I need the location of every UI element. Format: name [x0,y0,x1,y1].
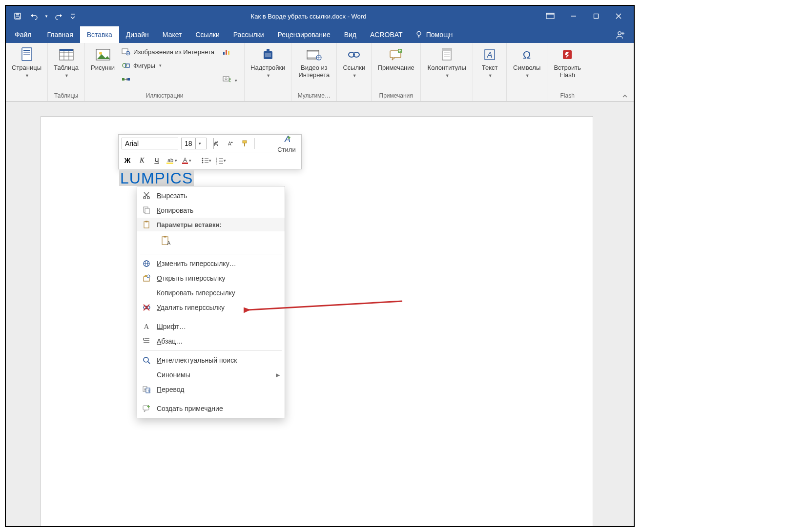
format-painter-button[interactable] [239,138,250,149]
svg-text:a: a [144,388,146,391]
flash-icon [559,46,576,63]
chart-button[interactable] [220,46,239,58]
redo-button[interactable] [51,9,66,23]
document-area[interactable]: ▾ ▾ A A [6,102,634,526]
tab-layout[interactable]: Макет [156,26,189,43]
svg-text:A: A [284,134,290,144]
addins-button[interactable]: Надстройки▼ [248,44,288,79]
share-button[interactable] [609,26,632,43]
italic-button[interactable]: К [136,155,148,166]
headerfooter-button[interactable]: Колонтитулы▼ [424,44,470,79]
svg-rect-36 [223,77,229,81]
tab-file[interactable]: Файл [6,26,40,43]
highlight-button[interactable]: ab▾ [166,155,177,166]
maximize-button[interactable] [585,9,607,23]
links-button[interactable]: Ссылки▼ [340,44,368,79]
flash-button[interactable]: Встроить Flash [550,44,584,79]
ribbon-display-options[interactable] [539,9,561,23]
svg-rect-18 [23,54,30,55]
tab-design[interactable]: Дизайн [119,26,156,43]
ctx-synonyms[interactable]: Синонимы ▶ [137,368,285,382]
group-label-text [476,98,503,101]
ctx-translate[interactable]: a文 Перевод [137,382,285,397]
tab-acrobat[interactable]: ACROBAT [363,26,410,43]
font-size-input[interactable] [182,138,195,149]
tab-mailings[interactable]: Рассылки [227,26,271,43]
ctx-new-comment[interactable]: Создать примечание [137,401,285,416]
ctx-cut[interactable]: Вырезать [137,188,285,203]
font-size-dropdown[interactable]: ▾ [195,138,204,149]
group-flash: Встроить Flash Flash [547,43,587,101]
screenshot-button[interactable]: ▾ [220,60,239,83]
pictures-icon [94,46,112,63]
bullets-button[interactable]: ▾ [200,155,212,166]
minimize-button[interactable] [562,9,585,23]
ctx-copy-hyperlink[interactable]: Копировать гиперссылку [137,286,285,300]
svg-rect-42 [307,50,319,52]
undo-dropdown[interactable]: ▼ [43,9,50,23]
page[interactable]: ▾ ▾ A A [41,117,593,526]
font-size-combo[interactable]: ▾ [181,138,207,149]
tab-review[interactable]: Рецензирование [271,26,337,43]
tab-view[interactable]: Вид [337,26,363,43]
ctx-synonyms-label: Синонимы [157,371,271,379]
pages-label: Страницы [12,64,41,71]
online-video-button[interactable]: Видео из Интернета [294,44,333,79]
underline-button[interactable]: Ч [151,155,163,166]
shapes-icon [122,61,130,70]
online-images-button[interactable]: Изображения из Интернета [120,46,216,58]
bold-button[interactable]: Ж [122,155,133,166]
shrink-font-button[interactable]: A [224,138,236,149]
tell-me[interactable]: Помощн [410,26,459,43]
tab-home[interactable]: Главная [40,26,80,43]
svg-text:Ω: Ω [523,49,531,61]
svg-rect-34 [226,50,227,55]
ctx-copy[interactable]: Копировать [137,203,285,218]
open-hyperlink-icon [141,273,152,284]
undo-button[interactable] [26,9,42,23]
ctx-font[interactable]: A Шрифт… [137,319,285,334]
ctx-sep-1 [140,254,282,254]
group-label-pages [9,98,44,101]
comment-button[interactable]: Примечание [374,44,417,72]
table-button[interactable]: Таблица▼ [51,44,82,79]
flash-label-1: Встроить [554,64,581,71]
smartart-button[interactable] [120,73,216,85]
tab-references[interactable]: Ссылки [188,26,226,43]
collapse-ribbon-button[interactable] [619,93,631,99]
pages-button[interactable]: Страницы▼ [9,44,44,79]
symbols-button[interactable]: Ω Символы▼ [510,44,544,79]
window-controls [562,9,630,23]
grow-font-button[interactable]: A [209,138,221,149]
svg-rect-62 [243,141,247,143]
links-icon [345,46,363,63]
close-button[interactable] [607,9,630,23]
paste-keep-text-button[interactable]: A [158,233,174,249]
ctx-smart-lookup[interactable]: Интеллектуальный поиск [137,353,285,368]
group-pages: Страницы▼ [6,43,48,101]
group-label-flash: Flash [550,91,584,101]
svg-rect-52 [442,48,451,51]
blank-icon [141,287,152,298]
ctx-open-hyperlink[interactable]: Открыть гиперссылку [137,271,285,286]
group-media: Видео из Интернета Мультиме… [291,43,337,101]
ctx-remove-hyperlink[interactable]: Удалить гиперссылку [137,300,285,315]
ctx-paragraph[interactable]: Абзац… [137,334,285,348]
svg-rect-5 [546,13,554,15]
ctx-remove-hyperlink-label: Удалить гиперссылку [157,304,280,311]
ctx-sep-4 [140,399,282,399]
ctx-edit-hyperlink[interactable]: Изменить гиперссылку… [137,256,285,271]
selected-hyperlink-text[interactable]: LUMPICS [119,170,194,186]
text-button[interactable]: A Текст▼ [476,44,503,79]
font-color-button[interactable]: A▾ [180,155,192,166]
pictures-button[interactable]: Рисунки [88,44,118,72]
save-button[interactable] [10,9,25,23]
qat-customize[interactable] [67,9,78,23]
tab-insert[interactable]: Вставка [80,26,119,43]
svg-rect-87 [144,222,149,228]
shapes-button[interactable]: Фигуры▾ [120,60,216,71]
numbering-button[interactable]: 123▾ [215,155,227,166]
font-name-combo[interactable]: ▾ [122,138,178,149]
svg-rect-40 [265,53,271,57]
group-text: A Текст▼ [473,43,507,101]
